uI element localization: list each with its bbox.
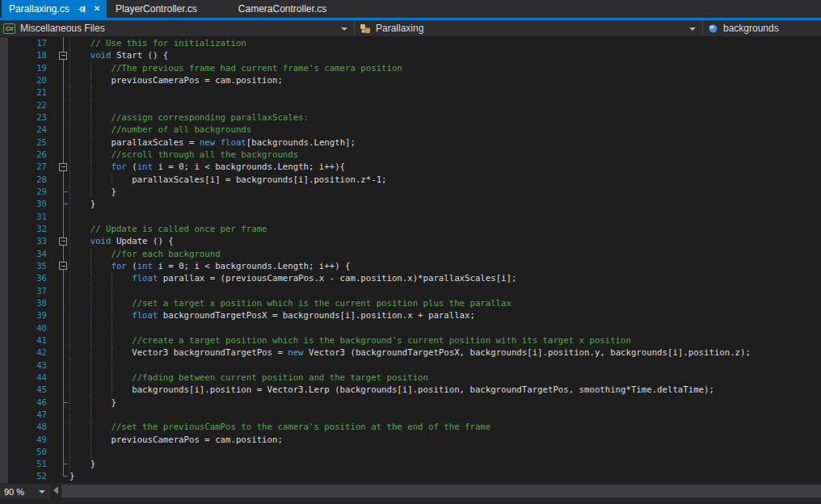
indent-guide — [91, 322, 91, 334]
line-number: 17 — [0, 37, 47, 49]
field-icon — [708, 23, 718, 34]
code-line[interactable]: 18 void Start () { — [0, 49, 821, 61]
outline-guide-line — [63, 86, 64, 99]
line-number: 26 — [0, 149, 47, 161]
code-text: previousCameraPos = cam.position; — [69, 434, 283, 446]
code-line[interactable]: 51 } — [0, 458, 821, 470]
code-line[interactable]: 19 //The previous frame had current fram… — [0, 62, 821, 74]
code-text: //set the previousCamPos to the camera's… — [69, 421, 490, 433]
outline-region-end — [64, 191, 68, 192]
code-line[interactable]: 24 //number of all backgrounds — [0, 124, 821, 136]
code-line[interactable]: 29 } — [0, 186, 821, 198]
collapse-region-button[interactable] — [59, 237, 67, 246]
code-line[interactable]: 38 //set a target x position which is th… — [0, 297, 821, 309]
code-line[interactable]: 22 — [0, 99, 821, 111]
document-tab-bar: Parallaxing.cs ✕ PlayerController.cs Cam… — [0, 0, 821, 18]
code-lines: 17 // Use this for initialization18 void… — [0, 37, 821, 483]
tab-cameracontroller[interactable]: CameraController.cs — [232, 0, 359, 18]
collapse-region-button[interactable] — [59, 262, 67, 270]
code-line[interactable]: 17 // Use this for initialization — [0, 37, 821, 49]
indent-guide — [69, 99, 70, 111]
code-line[interactable]: 47 — [0, 409, 821, 421]
code-line[interactable]: 26 //scroll through all the backgrounds — [0, 149, 821, 161]
scroll-left-arrow-icon[interactable] — [53, 486, 58, 494]
line-number: 42 — [0, 346, 47, 359]
indent-guide — [112, 285, 112, 297]
tab-playercontroller[interactable]: PlayerController.cs — [109, 0, 229, 18]
code-line[interactable]: 40 — [0, 322, 821, 334]
code-line[interactable]: 20 previousCameraPos = cam.position; — [0, 74, 821, 86]
pin-icon[interactable] — [78, 5, 86, 14]
code-line[interactable]: 25 parallaxScales = new float[background… — [0, 136, 821, 149]
collapse-region-button[interactable] — [59, 52, 67, 60]
code-text: void Start () { — [69, 49, 168, 61]
line-number: 19 — [0, 62, 47, 74]
code-line[interactable]: 44 //fading between current position and… — [0, 372, 821, 384]
code-line[interactable]: 49 previousCameraPos = cam.position; — [0, 434, 821, 446]
zoom-level-dropdown[interactable]: 90 % — [0, 485, 50, 498]
line-number: 29 — [0, 186, 47, 198]
line-number: 25 — [0, 136, 47, 149]
code-line[interactable]: 45 backgrounds[i].position = Vector3.Ler… — [0, 384, 821, 396]
line-number: 31 — [0, 211, 47, 223]
collapse-region-button[interactable] — [59, 163, 67, 171]
code-line[interactable]: 31 — [0, 211, 821, 223]
close-icon[interactable]: ✕ — [94, 5, 100, 13]
type-dropdown[interactable]: Parallaxing — [355, 20, 703, 36]
code-line[interactable]: 39 float backgroundTargetPosX = backgrou… — [0, 309, 821, 321]
code-text: parallaxScales[i] = backgrounds[i].posit… — [69, 174, 387, 186]
line-number: 41 — [0, 334, 47, 346]
indent-guide — [91, 99, 91, 111]
member-dropdown[interactable]: backgrounds — [703, 20, 821, 36]
horizontal-scrollbar[interactable] — [61, 485, 821, 498]
code-line[interactable]: 48 //set the previousCamPos to the camer… — [0, 421, 821, 433]
code-line[interactable]: 50 — [0, 446, 821, 458]
code-line[interactable]: 52} — [0, 470, 821, 482]
project-dropdown[interactable]: C# Miscellaneous Files — [0, 20, 355, 36]
outline-guide-line — [63, 446, 64, 458]
chevron-down-icon — [341, 27, 347, 31]
outline-guide-line — [63, 62, 64, 74]
code-text: backgrounds[i].position = Vector3.Lerp (… — [69, 384, 714, 396]
class-icon — [360, 23, 371, 34]
outline-guide-line — [63, 124, 64, 136]
code-line[interactable]: 34 //for each background — [0, 248, 821, 260]
indent-guide — [69, 322, 70, 334]
code-editor[interactable]: 17 // Use this for initialization18 void… — [0, 37, 821, 483]
code-text: } — [69, 470, 74, 482]
code-line[interactable]: 35 for (int i = 0; i < backgrounds.Lengt… — [0, 260, 821, 272]
code-text: //scroll through all the backgrounds — [69, 149, 298, 161]
indent-guide — [91, 285, 91, 297]
code-line[interactable]: 37 — [0, 285, 821, 297]
tab-label: CameraController.cs — [238, 3, 326, 15]
code-text: for (int i = 0; i < backgrounds.Length; … — [69, 260, 350, 272]
type-dropdown-label: Parallaxing — [376, 23, 423, 34]
code-line[interactable]: 36 float parallax = (previousCameraPos.x… — [0, 272, 821, 284]
outline-guide-line — [63, 384, 64, 396]
line-number: 38 — [0, 297, 47, 309]
tab-parallaxing[interactable]: Parallaxing.cs ✕ — [2, 0, 107, 18]
code-line[interactable]: 41 //create a target position which is t… — [0, 334, 821, 346]
code-line[interactable]: 23 //assign corresponding parallaxScales… — [0, 111, 821, 124]
code-line[interactable]: 43 — [0, 359, 821, 372]
line-number: 28 — [0, 174, 47, 186]
code-navigation-bar: C# Miscellaneous Files Parallaxing — [0, 20, 821, 37]
line-number: 51 — [0, 458, 47, 470]
outline-guide-line — [63, 359, 64, 372]
code-line[interactable]: 30 } — [0, 198, 821, 210]
code-line[interactable]: 27 for (int i = 0; i < backgrounds.Lengt… — [0, 161, 821, 173]
code-line[interactable]: 46 } — [0, 397, 821, 409]
outline-guide-line — [63, 346, 64, 359]
outline-guide-line — [63, 272, 64, 284]
line-number: 18 — [0, 49, 47, 61]
code-line[interactable]: 33 void Update () { — [0, 235, 821, 247]
code-text: } — [69, 186, 116, 198]
line-number: 33 — [0, 235, 47, 247]
code-line[interactable]: 28 parallaxScales[i] = backgrounds[i].po… — [0, 174, 821, 186]
code-line[interactable]: 21 — [0, 86, 821, 99]
indent-guide — [91, 359, 91, 372]
code-text: previousCameraPos = cam.position; — [69, 74, 283, 86]
line-number: 30 — [0, 198, 47, 210]
code-line[interactable]: 32 // Update is called once per frame — [0, 223, 821, 235]
code-line[interactable]: 42 Vector3 backgroundTargetPos = new Vec… — [0, 346, 821, 359]
